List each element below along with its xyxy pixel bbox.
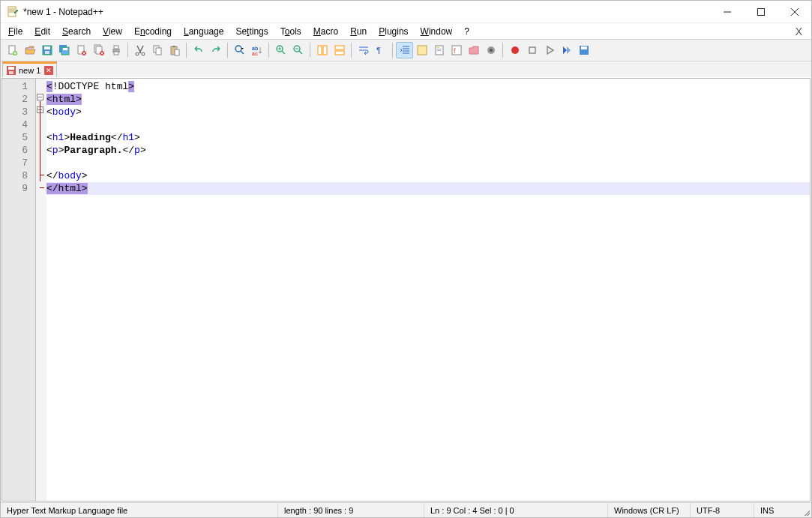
title-bar: *new 1 - Notepad++: [1, 1, 811, 23]
menu-close-doc[interactable]: X: [788, 25, 810, 37]
svg-rect-7: [45, 51, 49, 54]
code-area[interactable]: <!DOCTYPE html> <html> <body> <h1>Headin…: [46, 79, 810, 501]
tb-saveall-icon[interactable]: [55, 42, 73, 58]
menu-run[interactable]: Run: [344, 25, 373, 38]
svg-rect-50: [8, 67, 14, 70]
tb-allchars-icon[interactable]: ¶: [372, 42, 389, 58]
window-title: *new 1 - Notepad++: [23, 7, 710, 17]
minimize-button[interactable]: [710, 1, 744, 22]
svg-rect-10: [63, 48, 67, 50]
resize-grip-icon[interactable]: [801, 503, 811, 517]
tb-save-icon[interactable]: [38, 42, 55, 58]
status-encoding[interactable]: UTF-8: [691, 503, 754, 517]
tab-document[interactable]: new 1 ✕: [2, 61, 57, 77]
svg-point-44: [490, 49, 493, 52]
tab-close-icon[interactable]: ✕: [44, 66, 53, 75]
svg-rect-24: [172, 46, 175, 47]
status-insert-mode[interactable]: INS: [754, 503, 801, 517]
svg-rect-18: [114, 52, 118, 55]
tb-play-icon[interactable]: [541, 42, 558, 58]
line-number-gutter: 123456789: [2, 79, 36, 501]
menu-plugins[interactable]: Plugins: [373, 25, 414, 38]
toolbar-separator: [186, 43, 187, 58]
svg-rect-22: [156, 48, 161, 55]
tb-redo-icon[interactable]: [207, 42, 224, 58]
app-icon: [7, 6, 19, 18]
tb-open-icon[interactable]: [21, 42, 38, 58]
tb-playmulti-icon[interactable]: [558, 42, 575, 58]
toolbar-separator: [310, 43, 310, 58]
svg-text:ac: ac: [252, 51, 258, 56]
tb-closeall-icon[interactable]: [90, 42, 107, 58]
tb-close-icon[interactable]: [73, 42, 90, 58]
menu-edit[interactable]: Edit: [28, 25, 56, 38]
toolbar-separator: [227, 43, 228, 58]
menu-tools[interactable]: Tools: [274, 25, 307, 38]
tb-record-icon[interactable]: [506, 42, 523, 58]
tb-udl-icon[interactable]: [413, 42, 430, 58]
svg-rect-46: [529, 47, 535, 53]
tb-print-icon[interactable]: [107, 42, 124, 58]
status-position: Ln : 9 Col : 4 Sel : 0 | 0: [424, 503, 608, 517]
svg-rect-34: [335, 51, 344, 55]
tb-sync-v-icon[interactable]: [313, 42, 331, 58]
svg-rect-6: [44, 46, 50, 49]
tb-zoomin-icon[interactable]: [272, 42, 289, 58]
tb-sync-h-icon[interactable]: [331, 42, 348, 58]
toolbar-separator: [392, 43, 393, 58]
tb-funcnav-icon[interactable]: f: [448, 42, 465, 58]
tb-paste-icon[interactable]: [166, 42, 183, 58]
svg-rect-39: [437, 49, 442, 49]
tb-find-icon[interactable]: [231, 42, 248, 58]
tb-zoomout-icon[interactable]: [289, 42, 307, 58]
svg-rect-31: [318, 46, 322, 55]
tb-savemacro-icon[interactable]: [575, 42, 592, 58]
svg-text:¶: ¶: [376, 46, 381, 55]
svg-point-26: [235, 46, 241, 52]
menu-macro[interactable]: Macro: [307, 25, 344, 38]
menu-language[interactable]: Language: [178, 25, 229, 38]
toolbar-separator: [351, 43, 352, 58]
maximize-button[interactable]: [744, 1, 778, 22]
status-line-ending[interactable]: Windows (CR LF): [608, 503, 691, 517]
tb-new-icon[interactable]: [4, 42, 21, 58]
editor-area[interactable]: 123456789 <!DOCTYPE html> <html> <body> …: [1, 78, 811, 502]
svg-rect-38: [437, 47, 439, 48]
menu-view[interactable]: View: [97, 25, 128, 38]
svg-rect-17: [114, 46, 118, 49]
svg-rect-25: [175, 49, 179, 55]
toolbar-separator: [502, 43, 503, 58]
fold-column[interactable]: [36, 79, 46, 501]
tb-replace-icon[interactable]: abac: [248, 42, 265, 58]
tb-monitor-icon[interactable]: [482, 42, 499, 58]
tb-wordwrap-icon[interactable]: [355, 42, 372, 58]
svg-rect-2: [757, 8, 764, 15]
menu-encoding[interactable]: Encoding: [128, 25, 178, 38]
tb-indent-icon[interactable]: [396, 42, 413, 58]
status-filetype: Hyper Text Markup Language file: [1, 503, 278, 517]
tb-undo-icon[interactable]: [190, 42, 207, 58]
tb-cut-icon[interactable]: [131, 42, 148, 58]
tb-folder-icon[interactable]: [465, 42, 482, 58]
svg-rect-40: [437, 50, 441, 51]
menu-settings[interactable]: Settings: [229, 25, 274, 38]
menu-search[interactable]: Search: [56, 25, 97, 38]
svg-point-45: [511, 46, 519, 54]
window-controls: [710, 1, 811, 22]
tab-label: new 1: [19, 66, 40, 75]
toolbar-separator: [268, 43, 269, 58]
tab-unsaved-icon: [6, 65, 16, 76]
svg-rect-51: [9, 71, 13, 74]
tb-copy-icon[interactable]: [148, 42, 166, 58]
menu-help[interactable]: ?: [458, 25, 475, 38]
status-bar: Hyper Text Markup Language file length :…: [1, 502, 811, 517]
menu-window[interactable]: Window: [415, 25, 459, 38]
tb-stop-icon[interactable]: [523, 42, 541, 58]
menu-file[interactable]: File: [2, 25, 28, 38]
svg-rect-48: [581, 46, 587, 49]
tb-docmap-icon[interactable]: [430, 42, 448, 58]
svg-rect-33: [335, 46, 344, 49]
tab-strip: new 1 ✕: [1, 61, 811, 77]
menu-bar: File Edit Search View Encoding Language …: [1, 23, 811, 40]
close-button[interactable]: [778, 1, 811, 22]
